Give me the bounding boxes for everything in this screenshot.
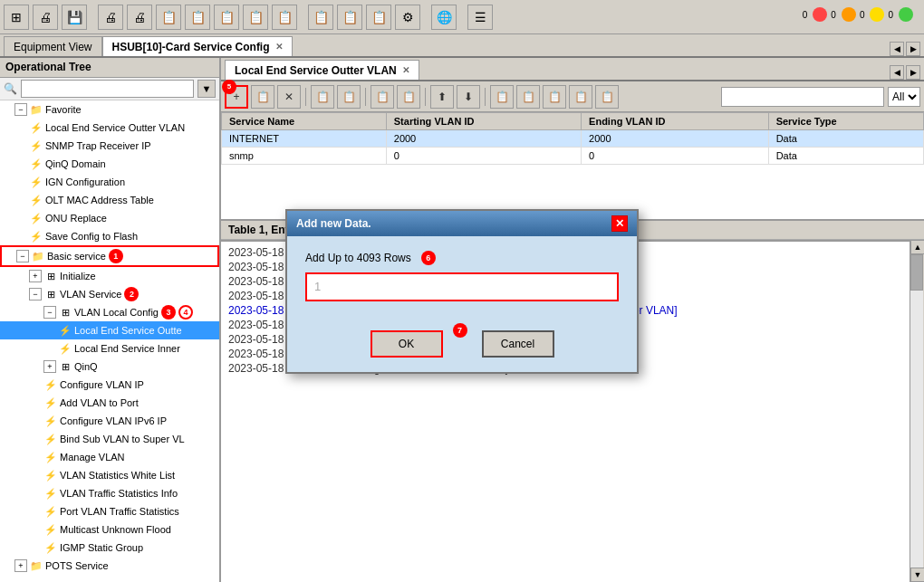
dialog-overlay: Add new Data. ✕ Add Up to 4093 Rows 6 OK… [0, 0, 924, 582]
cancel-label: Cancel [501, 338, 534, 350]
dialog-label-text: Add Up to 4093 Rows [305, 252, 411, 264]
ok-label: OK [399, 338, 414, 350]
dialog-body: Add Up to 4093 Rows 6 [287, 236, 637, 330]
badge-7: 7 [453, 323, 467, 338]
badge-6: 6 [421, 251, 436, 265]
dialog-title: Add new Data. [296, 217, 371, 230]
dialog-close-button[interactable]: ✕ [611, 215, 628, 232]
dialog-rows-input[interactable] [305, 272, 619, 301]
dialog-title-bar: Add new Data. ✕ [287, 211, 637, 236]
dialog-ok-button[interactable]: OK [371, 330, 443, 358]
add-new-data-dialog: Add new Data. ✕ Add Up to 4093 Rows 6 OK… [285, 209, 639, 374]
dialog-footer: OK 7 Cancel [287, 330, 637, 372]
dialog-cancel-button[interactable]: Cancel [482, 330, 554, 358]
dialog-label: Add Up to 4093 Rows 6 [305, 251, 619, 265]
